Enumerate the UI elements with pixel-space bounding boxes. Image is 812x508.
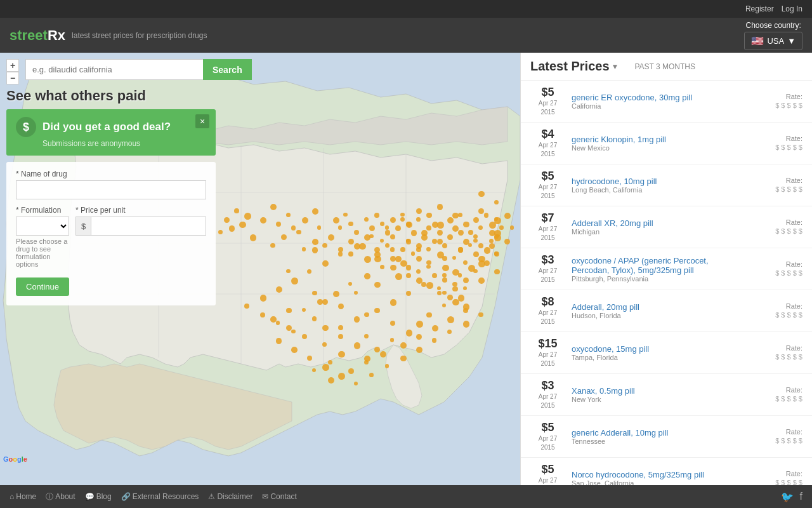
footer-contact-link[interactable]: ✉ Contact (262, 492, 296, 501)
price-date: $4 Apr 272015 (530, 128, 565, 159)
footer-about-link[interactable]: ⓘ About (46, 491, 75, 502)
drug-location: San Jose, California (572, 479, 739, 485)
zoom-controls: + − (6, 59, 19, 84)
price-info: oxycodone, 15mg pill Tampa, Florida (572, 344, 739, 361)
formulation-select[interactable] (16, 217, 69, 236)
footer-blog-link[interactable]: 💬 Blog (85, 492, 112, 501)
price-input[interactable] (91, 217, 206, 236)
price-date: $5 Apr 272015 (530, 170, 565, 201)
drug-location: New York (572, 396, 739, 403)
price-rating: Rate: $ $ $ $ $ (745, 218, 802, 236)
price-info: Norco hydrocodone, 5mg/325mg pill San Jo… (572, 470, 739, 485)
rating-stars[interactable]: $ $ $ $ $ (775, 102, 802, 109)
price-date-text: Apr 272015 (530, 392, 565, 410)
rating-label: Rate: (745, 428, 802, 436)
drug-location: Tennessee (572, 438, 739, 445)
zoom-in-button[interactable]: + (6, 59, 19, 72)
right-header: Latest Prices ▼ PAST 3 MONTHS (521, 53, 812, 81)
home-icon: ⌂ (10, 492, 14, 501)
drug-name[interactable]: oxycodone, 15mg pill (572, 344, 739, 354)
search-button[interactable]: Search (203, 59, 252, 80)
price-item[interactable]: $4 Apr 272015 generic Klonopin, 1mg pill… (521, 123, 812, 164)
rating-stars[interactable]: $ $ $ $ $ (775, 227, 802, 235)
price-date: $5 Apr 272015 (530, 421, 565, 452)
price-amount: $5 (530, 86, 565, 99)
see-what-panel: See what others paid × $ Did you get a g… (6, 88, 222, 305)
rating-stars[interactable]: $ $ $ $ $ (775, 479, 802, 485)
price-rating: Rate: $ $ $ $ $ (745, 93, 802, 110)
drug-name[interactable]: Xanax, 0.5mg pill (572, 386, 739, 396)
rating-stars[interactable]: $ $ $ $ $ (775, 437, 802, 444)
country-name: USA (767, 36, 784, 46)
price-amount: $7 (530, 211, 565, 225)
price-item[interactable]: $5 Apr 272015 generic Adderall, 10mg pil… (521, 416, 812, 458)
drug-name[interactable]: generic Klonopin, 1mg pill (572, 135, 739, 144)
drug-name-input[interactable] (16, 180, 206, 199)
search-bar: Search (25, 59, 252, 80)
right-panel: Latest Prices ▼ PAST 3 MONTHS $5 Apr 272… (520, 53, 812, 485)
drug-location: Hudson, Florida (572, 312, 739, 319)
price-label: * Price per unit (75, 206, 206, 215)
price-rating: Rate: $ $ $ $ $ (745, 260, 802, 277)
good-deal-panel: × $ Did you get a good deal? Submissions… (6, 109, 216, 156)
price-info: hydrocodone, 10mg pill Long Beach, Calif… (572, 177, 739, 194)
rating-label: Rate: (745, 260, 802, 268)
continue-button[interactable]: Continue (16, 277, 69, 296)
price-date: $15 Apr 272015 (530, 337, 565, 368)
country-button[interactable]: 🇺🇸 USA ▼ (744, 32, 802, 50)
footer-external-link[interactable]: 🔗 External Resources (121, 492, 199, 501)
footer-about-label: About (55, 492, 75, 501)
login-link[interactable]: Log In (782, 4, 802, 13)
price-date-text: Apr 272015 (530, 309, 565, 326)
rating-stars[interactable]: $ $ $ $ $ (775, 395, 802, 403)
logo[interactable]: streetRx (10, 27, 65, 44)
price-item[interactable]: $15 Apr 272015 oxycodone, 15mg pill Tamp… (521, 332, 812, 374)
price-amount: $3 (530, 379, 565, 392)
drug-name[interactable]: oxycodone / APAP (generic Percocet, Perc… (572, 256, 739, 275)
facebook-icon[interactable]: f (800, 491, 802, 503)
good-deal-title: Did you get a good deal? (43, 121, 171, 133)
latest-prices-dropdown[interactable]: Latest Prices ▼ (530, 59, 619, 74)
drug-name[interactable]: Adderall, 20mg pill (572, 302, 739, 312)
price-date-text: Apr 272015 (530, 183, 565, 201)
rating-stars[interactable]: $ $ $ $ $ (775, 353, 802, 361)
latest-prices-title: Latest Prices (530, 59, 610, 74)
price-item[interactable]: $8 Apr 272015 Adderall, 20mg pill Hudson… (521, 290, 812, 332)
price-item[interactable]: $3 Apr 272015 Xanax, 0.5mg pill New York… (521, 374, 812, 416)
rating-stars[interactable]: $ $ $ $ $ (775, 185, 802, 193)
price-date-text: Apr 272015 (530, 351, 565, 368)
rating-stars[interactable]: $ $ $ $ $ (775, 144, 802, 151)
price-amount: $5 (530, 170, 565, 183)
price-info: Adderall XR, 20mg pill Michigan (572, 218, 739, 236)
zoom-out-button[interactable]: − (6, 72, 19, 84)
footer-disclaimer-link[interactable]: ⚠ Disclaimer (208, 492, 252, 501)
chat-icon: 💬 (85, 492, 95, 501)
drug-name[interactable]: Norco hydrocodone, 5mg/325mg pill (572, 470, 739, 479)
price-amount: $15 (530, 337, 565, 351)
price-item[interactable]: $5 Apr 272015 hydrocodone, 10mg pill Lon… (521, 164, 812, 206)
drug-name[interactable]: generic ER oxycodone, 30mg pill (572, 93, 739, 102)
price-info: oxycodone / APAP (generic Percocet, Perc… (572, 256, 739, 283)
search-input[interactable] (25, 59, 203, 80)
good-deal-subtitle: Submissions are anonymous (43, 139, 206, 148)
price-item[interactable]: $5 Apr 272015 generic ER oxycodone, 30mg… (521, 81, 812, 123)
good-deal-close-button[interactable]: × (195, 114, 209, 128)
country-selector[interactable]: Choose country: 🇺🇸 USA ▼ (744, 21, 802, 50)
rating-stars[interactable]: $ $ $ $ $ (775, 311, 802, 319)
info-icon: ⓘ (46, 491, 53, 502)
price-rating: Rate: $ $ $ $ $ (745, 344, 802, 361)
price-item[interactable]: $7 Apr 272015 Adderall XR, 20mg pill Mic… (521, 206, 812, 248)
rating-stars[interactable]: $ $ $ $ $ (775, 269, 802, 277)
drug-name[interactable]: hydrocodone, 10mg pill (572, 177, 739, 186)
footer: ⌂ Home ⓘ About 💬 Blog 🔗 External Resourc… (0, 485, 812, 508)
footer-home-link[interactable]: ⌂ Home (10, 492, 36, 501)
register-link[interactable]: Register (745, 4, 774, 13)
drug-name[interactable]: Adderall XR, 20mg pill (572, 218, 739, 228)
drug-name[interactable]: generic Adderall, 10mg pill (572, 428, 739, 438)
price-amount: $5 (530, 463, 565, 476)
twitter-icon[interactable]: 🐦 (781, 491, 794, 503)
price-item[interactable]: $5 Apr 272015 Norco hydrocodone, 5mg/325… (521, 458, 812, 485)
price-date-text: Apr 272015 (530, 434, 565, 452)
price-info: generic Adderall, 10mg pill Tennessee (572, 428, 739, 445)
price-item[interactable]: $3 Apr 272015 oxycodone / APAP (generic … (521, 248, 812, 290)
